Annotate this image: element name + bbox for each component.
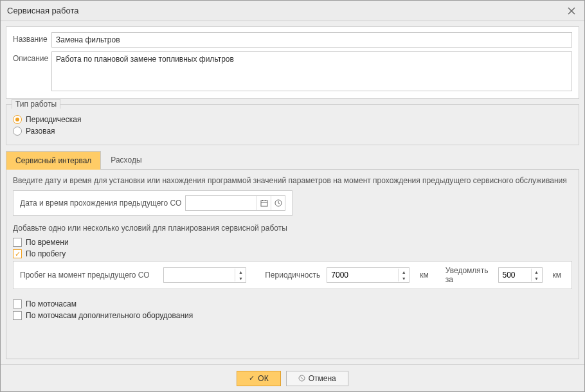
spin-up-button[interactable]: ▲ [399,269,409,275]
periodicity-label: Периодичность [265,271,320,280]
tab-service-interval[interactable]: Сервисный интервал [6,151,101,170]
cancel-button-label: Отмена [309,374,336,383]
close-button[interactable] [565,4,578,17]
checkbox-by-hours-extra[interactable]: По моточасам дополнительного оборудовани… [13,311,572,320]
basic-info-panel: Название Описание [6,26,579,99]
checkbox-by-time-label: По времени [26,238,69,247]
radio-single[interactable]: Разовая [13,127,572,136]
svg-rect-0 [261,200,267,206]
datetime-label: Дата и время прохождения предыдущего СО [20,199,181,208]
checkbox-by-time[interactable]: По времени [13,238,572,247]
datetime-input-wrap [185,195,285,211]
notify-label: Уведомлять за [446,266,492,284]
notify-input[interactable] [499,268,531,282]
periodicity-input[interactable] [327,268,398,282]
checkbox-by-hours[interactable]: По моточасам [13,299,572,308]
ok-button-label: ОК [258,374,268,383]
checkbox-by-mileage[interactable]: По пробегу [13,249,572,258]
checkbox-by-mileage-label: По пробегу [26,249,66,258]
mileage-prev-label: Пробег на момент предыдущего СО [20,271,157,280]
tabstrip: Сервисный интервал Расходы [6,150,579,170]
datetime-input[interactable] [186,196,256,210]
clock-icon [274,199,282,207]
radio-periodic[interactable]: Периодическая [13,115,572,124]
checkbox-icon [13,311,22,320]
titlebar: Сервисная работа [1,1,584,21]
footer: ✓ ОК Отмена [1,364,584,391]
checkbox-icon [13,238,22,247]
calendar-icon [260,199,268,207]
description-label: Описание [13,51,51,63]
close-icon [568,7,575,15]
checkbox-by-hours-label: По моточасам [26,299,76,308]
check-icon: ✓ [249,374,255,382]
radio-periodic-label: Периодическая [26,115,81,124]
radio-single-label: Разовая [26,127,55,136]
spin-up-button[interactable]: ▲ [532,269,542,275]
dialog: Сервисная работа Название Описание Тип р… [0,0,585,392]
spin-down-button[interactable]: ▼ [399,275,409,281]
unit-km: км [420,271,429,280]
unit-km-2: км [553,271,562,280]
mileage-params-row: Пробег на момент предыдущего СО ▲ ▼ Пери… [13,261,572,289]
svg-line-6 [278,203,280,204]
tab-expenses[interactable]: Расходы [101,150,151,169]
cancel-icon [298,375,305,382]
mileage-prev-input[interactable] [164,268,235,282]
name-label: Название [13,32,51,44]
ok-button[interactable]: ✓ ОК [237,371,280,386]
spin-down-button[interactable]: ▼ [235,275,246,281]
tab-body-interval: Введите дату и время для установки или н… [6,170,579,359]
radio-icon [13,115,22,124]
checkbox-by-hours-extra-label: По моточасам дополнительного оборудовани… [26,311,193,320]
work-type-fieldset: Тип работы Периодическая Разовая [6,104,579,145]
spin-up-button[interactable]: ▲ [235,269,246,275]
description-input[interactable] [51,51,572,91]
hint-datetime: Введите дату и время для установки или н… [13,176,572,185]
cancel-button[interactable]: Отмена [286,371,348,386]
periodicity-spinner: ▲ ▼ [327,267,410,283]
calendar-button[interactable] [256,196,271,210]
work-type-legend: Тип работы [12,99,60,109]
name-input[interactable] [51,32,572,48]
hint-conditions: Добавьте одно или несколько условий для … [13,224,572,233]
mileage-prev-spinner: ▲ ▼ [163,267,246,283]
svg-line-8 [300,376,303,380]
spin-down-button[interactable]: ▼ [532,275,542,281]
notify-spinner: ▲ ▼ [498,267,543,283]
dialog-title: Сервисная работа [7,6,565,15]
checkbox-icon [13,249,22,258]
checkbox-icon [13,299,22,308]
clock-button[interactable] [271,196,285,210]
radio-icon [13,127,22,136]
